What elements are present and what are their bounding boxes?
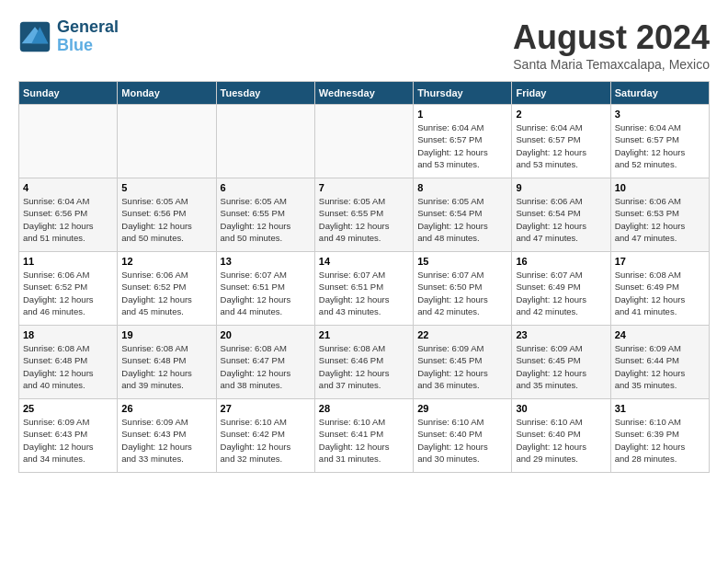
calendar-cell: 16Sunrise: 6:07 AM Sunset: 6:49 PM Dayli… <box>512 252 610 326</box>
day-content: Sunrise: 6:10 AM Sunset: 6:40 PM Dayligh… <box>516 416 606 465</box>
day-content: Sunrise: 6:10 AM Sunset: 6:40 PM Dayligh… <box>417 416 507 465</box>
day-content: Sunrise: 6:09 AM Sunset: 6:43 PM Dayligh… <box>121 416 211 465</box>
calendar-cell: 26Sunrise: 6:09 AM Sunset: 6:43 PM Dayli… <box>118 399 216 473</box>
calendar-week-row: 4Sunrise: 6:04 AM Sunset: 6:56 PM Daylig… <box>19 178 710 252</box>
calendar-header-row: SundayMondayTuesdayWednesdayThursdayFrid… <box>19 82 710 105</box>
day-of-week-header: Thursday <box>414 82 512 105</box>
day-content: Sunrise: 6:06 AM Sunset: 6:54 PM Dayligh… <box>516 195 606 244</box>
day-content: Sunrise: 6:04 AM Sunset: 6:57 PM Dayligh… <box>417 121 507 170</box>
calendar-cell: 10Sunrise: 6:06 AM Sunset: 6:53 PM Dayli… <box>610 178 709 252</box>
day-number: 11 <box>23 256 113 267</box>
calendar-cell: 6Sunrise: 6:05 AM Sunset: 6:55 PM Daylig… <box>216 178 314 252</box>
calendar-cell: 21Sunrise: 6:08 AM Sunset: 6:46 PM Dayli… <box>314 326 413 399</box>
day-number: 20 <box>221 329 311 340</box>
day-content: Sunrise: 6:07 AM Sunset: 6:50 PM Dayligh… <box>417 269 507 317</box>
day-number: 27 <box>221 403 311 414</box>
day-content: Sunrise: 6:10 AM Sunset: 6:42 PM Dayligh… <box>221 416 311 465</box>
calendar-cell: 25Sunrise: 6:09 AM Sunset: 6:43 PM Dayli… <box>19 399 118 473</box>
calendar-table: SundayMondayTuesdayWednesdayThursdayFrid… <box>18 81 710 473</box>
day-content: Sunrise: 6:07 AM Sunset: 6:49 PM Dayligh… <box>516 269 606 317</box>
day-number: 3 <box>615 109 705 120</box>
calendar-cell <box>216 105 314 178</box>
day-number: 6 <box>221 182 311 193</box>
subtitle: Santa Maria Temaxcalapa, Mexico <box>513 57 710 72</box>
day-content: Sunrise: 6:05 AM Sunset: 6:55 PM Dayligh… <box>221 195 311 244</box>
day-content: Sunrise: 6:09 AM Sunset: 6:45 PM Dayligh… <box>516 342 606 391</box>
day-content: Sunrise: 6:09 AM Sunset: 6:44 PM Dayligh… <box>615 342 705 391</box>
day-of-week-header: Sunday <box>19 82 118 105</box>
calendar-cell: 18Sunrise: 6:08 AM Sunset: 6:48 PM Dayli… <box>19 326 118 399</box>
day-number: 1 <box>417 109 507 120</box>
day-content: Sunrise: 6:10 AM Sunset: 6:41 PM Dayligh… <box>319 416 409 465</box>
day-number: 19 <box>121 329 211 340</box>
title-block: August 2024 Santa Maria Temaxcalapa, Mex… <box>513 18 710 72</box>
day-number: 26 <box>121 403 211 414</box>
day-content: Sunrise: 6:08 AM Sunset: 6:49 PM Dayligh… <box>615 269 705 317</box>
day-content: Sunrise: 6:05 AM Sunset: 6:54 PM Dayligh… <box>417 195 507 244</box>
calendar-cell: 28Sunrise: 6:10 AM Sunset: 6:41 PM Dayli… <box>314 399 413 473</box>
day-number: 10 <box>615 182 705 193</box>
day-content: Sunrise: 6:08 AM Sunset: 6:47 PM Dayligh… <box>221 342 311 391</box>
day-content: Sunrise: 6:06 AM Sunset: 6:52 PM Dayligh… <box>121 269 211 317</box>
day-number: 16 <box>516 256 606 267</box>
calendar-week-row: 11Sunrise: 6:06 AM Sunset: 6:52 PM Dayli… <box>19 252 710 326</box>
day-number: 4 <box>23 182 113 193</box>
day-number: 22 <box>417 329 507 340</box>
day-number: 9 <box>516 182 606 193</box>
logo: General Blue <box>18 18 119 55</box>
calendar-cell: 8Sunrise: 6:05 AM Sunset: 6:54 PM Daylig… <box>414 178 512 252</box>
calendar-cell <box>314 105 413 178</box>
day-number: 25 <box>23 403 113 414</box>
day-number: 30 <box>516 403 606 414</box>
day-number: 14 <box>319 256 409 267</box>
day-number: 13 <box>221 256 311 267</box>
calendar-cell: 22Sunrise: 6:09 AM Sunset: 6:45 PM Dayli… <box>414 326 512 399</box>
main-title: August 2024 <box>513 18 710 57</box>
day-number: 18 <box>23 329 113 340</box>
day-of-week-header: Saturday <box>610 82 709 105</box>
day-number: 31 <box>615 403 705 414</box>
day-content: Sunrise: 6:09 AM Sunset: 6:43 PM Dayligh… <box>23 416 113 465</box>
calendar-cell: 5Sunrise: 6:05 AM Sunset: 6:56 PM Daylig… <box>118 178 216 252</box>
calendar-cell: 14Sunrise: 6:07 AM Sunset: 6:51 PM Dayli… <box>314 252 413 326</box>
calendar-cell: 11Sunrise: 6:06 AM Sunset: 6:52 PM Dayli… <box>19 252 118 326</box>
logo-text: General Blue <box>57 18 119 55</box>
day-content: Sunrise: 6:05 AM Sunset: 6:56 PM Dayligh… <box>121 195 211 244</box>
day-of-week-header: Tuesday <box>216 82 314 105</box>
calendar-cell <box>19 105 118 178</box>
day-content: Sunrise: 6:07 AM Sunset: 6:51 PM Dayligh… <box>319 269 409 317</box>
day-content: Sunrise: 6:08 AM Sunset: 6:46 PM Dayligh… <box>319 342 409 391</box>
calendar-cell: 3Sunrise: 6:04 AM Sunset: 6:57 PM Daylig… <box>610 105 709 178</box>
calendar-cell: 29Sunrise: 6:10 AM Sunset: 6:40 PM Dayli… <box>414 399 512 473</box>
day-number: 15 <box>417 256 507 267</box>
day-of-week-header: Friday <box>512 82 610 105</box>
day-content: Sunrise: 6:04 AM Sunset: 6:57 PM Dayligh… <box>615 121 705 170</box>
calendar-cell: 4Sunrise: 6:04 AM Sunset: 6:56 PM Daylig… <box>19 178 118 252</box>
day-content: Sunrise: 6:08 AM Sunset: 6:48 PM Dayligh… <box>121 342 211 391</box>
calendar-cell: 19Sunrise: 6:08 AM Sunset: 6:48 PM Dayli… <box>118 326 216 399</box>
calendar-cell: 15Sunrise: 6:07 AM Sunset: 6:50 PM Dayli… <box>414 252 512 326</box>
day-number: 8 <box>417 182 507 193</box>
day-content: Sunrise: 6:10 AM Sunset: 6:39 PM Dayligh… <box>615 416 705 465</box>
calendar-cell: 13Sunrise: 6:07 AM Sunset: 6:51 PM Dayli… <box>216 252 314 326</box>
calendar-cell: 20Sunrise: 6:08 AM Sunset: 6:47 PM Dayli… <box>216 326 314 399</box>
logo-icon <box>18 20 51 53</box>
calendar-body: 1Sunrise: 6:04 AM Sunset: 6:57 PM Daylig… <box>19 105 710 473</box>
day-content: Sunrise: 6:04 AM Sunset: 6:56 PM Dayligh… <box>23 195 113 244</box>
day-number: 2 <box>516 109 606 120</box>
calendar-cell: 1Sunrise: 6:04 AM Sunset: 6:57 PM Daylig… <box>414 105 512 178</box>
calendar-cell: 7Sunrise: 6:05 AM Sunset: 6:55 PM Daylig… <box>314 178 413 252</box>
calendar-cell <box>118 105 216 178</box>
day-content: Sunrise: 6:04 AM Sunset: 6:57 PM Dayligh… <box>516 121 606 170</box>
day-number: 24 <box>615 329 705 340</box>
calendar-cell: 9Sunrise: 6:06 AM Sunset: 6:54 PM Daylig… <box>512 178 610 252</box>
calendar-cell: 24Sunrise: 6:09 AM Sunset: 6:44 PM Dayli… <box>610 326 709 399</box>
day-number: 7 <box>319 182 409 193</box>
day-content: Sunrise: 6:07 AM Sunset: 6:51 PM Dayligh… <box>221 269 311 317</box>
calendar-cell: 12Sunrise: 6:06 AM Sunset: 6:52 PM Dayli… <box>118 252 216 326</box>
day-content: Sunrise: 6:08 AM Sunset: 6:48 PM Dayligh… <box>23 342 113 391</box>
calendar-cell: 31Sunrise: 6:10 AM Sunset: 6:39 PM Dayli… <box>610 399 709 473</box>
calendar-cell: 30Sunrise: 6:10 AM Sunset: 6:40 PM Dayli… <box>512 399 610 473</box>
day-of-week-header: Wednesday <box>314 82 413 105</box>
page-header: General Blue August 2024 Santa Maria Tem… <box>18 18 710 72</box>
